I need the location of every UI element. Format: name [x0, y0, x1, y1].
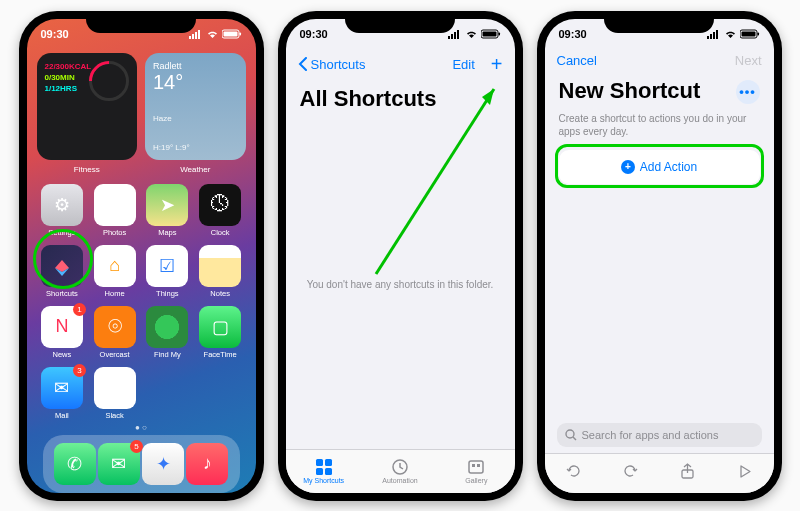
maps-icon: ➤	[146, 184, 188, 226]
svg-point-31	[566, 430, 574, 438]
run-button[interactable]	[736, 463, 753, 484]
svg-rect-9	[454, 32, 456, 39]
status-time: 09:30	[300, 28, 328, 40]
settings-icon: ⚙︎	[41, 184, 83, 226]
svg-rect-1	[192, 34, 194, 39]
battery-icon	[740, 29, 760, 39]
phone-home-screen: 09:30 22/300KCAL 0/30MIN 1/12HRS Fitness	[19, 11, 264, 501]
app-findmy[interactable]: Find My	[144, 306, 191, 359]
plus-circle-icon: +	[621, 160, 635, 174]
notch	[86, 11, 196, 33]
home-screen[interactable]: 22/300KCAL 0/30MIN 1/12HRS Fitness Radle…	[27, 19, 256, 493]
svg-rect-3	[198, 30, 200, 39]
signal-icon	[448, 29, 462, 39]
signal-icon	[189, 29, 203, 39]
weather-condition: Haze	[153, 114, 238, 123]
redo-icon	[622, 463, 639, 480]
app-home[interactable]: ⌂Home	[91, 245, 138, 298]
tab-gallery[interactable]: Gallery	[438, 450, 514, 493]
slack-icon: ✱	[94, 367, 136, 409]
add-action-button[interactable]: + Add Action	[559, 150, 760, 184]
redo-button[interactable]	[622, 463, 639, 484]
svg-rect-2	[195, 32, 197, 39]
search-field[interactable]: Search for apps and actions	[557, 423, 762, 447]
gallery-icon	[467, 458, 485, 476]
clock-icon: 🕓︎	[199, 184, 241, 226]
dock-safari-icon[interactable]: ✦	[142, 443, 184, 485]
app-facetime[interactable]: ▢FaceTime	[197, 306, 244, 359]
weather-hilow: H:19° L:9°	[153, 143, 238, 152]
svg-rect-24	[707, 36, 709, 39]
svg-rect-12	[482, 31, 496, 36]
mail-icon: ✉︎3	[41, 367, 83, 409]
svg-rect-8	[451, 34, 453, 39]
undo-icon	[565, 463, 582, 480]
dock-music-icon[interactable]: ♪	[186, 443, 228, 485]
facetime-icon: ▢	[199, 306, 241, 348]
weather-widget[interactable]: Radlett 14° Haze H:19° L:9° Weather	[145, 53, 246, 160]
dock-phone-icon[interactable]: ✆	[54, 443, 96, 485]
app-settings[interactable]: ⚙︎Settings	[39, 184, 86, 237]
svg-rect-27	[716, 30, 718, 39]
page-dots[interactable]: ● ○	[37, 420, 246, 435]
svg-rect-19	[469, 461, 483, 473]
shortcuts-icon	[41, 245, 83, 287]
more-button[interactable]: •••	[736, 80, 760, 104]
tab-my-shortcuts[interactable]: My Shortcuts	[286, 450, 362, 493]
app-maps[interactable]: ➤Maps	[144, 184, 191, 237]
undo-button[interactable]	[565, 463, 582, 484]
app-shortcuts[interactable]: Shortcuts	[39, 245, 86, 298]
tab-automation[interactable]: Automation	[362, 450, 438, 493]
svg-rect-30	[757, 32, 759, 35]
fitness-widget[interactable]: 22/300KCAL 0/30MIN 1/12HRS Fitness	[37, 53, 138, 160]
app-things[interactable]: ☑︎Things	[144, 245, 191, 298]
fitness-widget-label: Fitness	[37, 165, 138, 174]
editor-toolbar	[545, 453, 774, 493]
dock-messages-icon[interactable]: ✉︎5	[98, 443, 140, 485]
svg-rect-6	[239, 32, 241, 35]
ellipsis-icon: •••	[739, 84, 756, 99]
home-icon: ⌂	[94, 245, 136, 287]
app-news[interactable]: N1News	[39, 306, 86, 359]
add-button[interactable]: +	[491, 53, 503, 76]
page-title: New Shortcut	[545, 72, 715, 112]
svg-rect-13	[498, 32, 500, 35]
app-mail[interactable]: ✉︎3Mail	[39, 367, 86, 420]
svg-rect-16	[316, 468, 323, 475]
chevron-left-icon	[298, 57, 307, 71]
svg-rect-20	[472, 464, 475, 467]
app-photos[interactable]: ❋Photos	[91, 184, 138, 237]
svg-rect-7	[448, 36, 450, 39]
app-notes[interactable]: Notes	[197, 245, 244, 298]
dock: ✆ ✉︎5 ✦ ♪	[43, 435, 240, 493]
cancel-button[interactable]: Cancel	[557, 53, 597, 68]
wifi-icon	[465, 29, 478, 39]
app-overcast[interactable]: ⦾Overcast	[91, 306, 138, 359]
wifi-icon	[206, 29, 219, 39]
app-slack[interactable]: ✱Slack	[91, 367, 138, 420]
share-button[interactable]	[679, 463, 696, 484]
grid-icon	[315, 458, 333, 476]
status-icons	[707, 29, 760, 39]
page-subtitle: Create a shortcut to actions you do in y…	[545, 112, 774, 148]
svg-rect-0	[189, 36, 191, 39]
tab-bar: My Shortcuts Automation Gallery	[286, 449, 515, 493]
findmy-icon	[146, 306, 188, 348]
news-icon: N1	[41, 306, 83, 348]
weather-temp: 14°	[153, 71, 238, 94]
search-placeholder: Search for apps and actions	[582, 429, 719, 441]
edit-button[interactable]: Edit	[452, 57, 474, 72]
page-title: All Shortcuts	[286, 80, 515, 120]
share-icon	[679, 463, 696, 480]
status-time: 09:30	[559, 28, 587, 40]
automation-icon	[391, 458, 409, 476]
battery-icon	[481, 29, 501, 39]
svg-rect-17	[325, 468, 332, 475]
weather-location: Radlett	[153, 61, 238, 71]
phone-new-shortcut: 09:30 Cancel Next New Shortcut ••• Creat…	[537, 11, 782, 501]
next-button[interactable]: Next	[735, 53, 762, 68]
svg-line-32	[573, 437, 576, 440]
back-button[interactable]: Shortcuts	[298, 57, 366, 72]
app-clock[interactable]: 🕓︎Clock	[197, 184, 244, 237]
photos-icon: ❋	[94, 184, 136, 226]
